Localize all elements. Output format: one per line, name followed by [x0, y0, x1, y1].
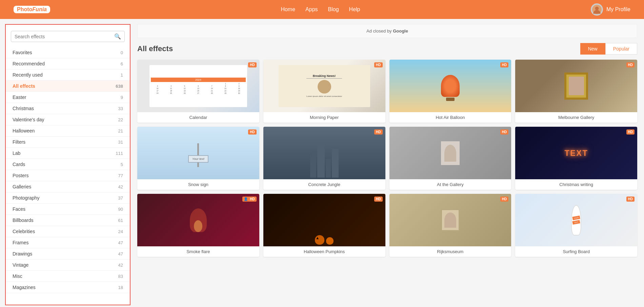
effect-card-morning-paper[interactable]: HDBreaking News!Lorem ipsum dolor sit am… — [263, 60, 385, 123]
hd-badge: HD — [374, 197, 382, 202]
sidebar-item-magazines[interactable]: Magazines18 — [6, 282, 130, 293]
hd-badge: HD — [500, 129, 508, 135]
sidebar-item-christmas[interactable]: Christmas33 — [6, 103, 130, 114]
sidebar-item-photography[interactable]: Photography37 — [6, 192, 130, 204]
effect-card-calendar[interactable]: HD20241234567891011121314151617181920212… — [137, 60, 259, 123]
sidebar-item-easter[interactable]: Easter9 — [6, 92, 130, 103]
sidebar-item-valentine-s-day[interactable]: Valentine's day22 — [6, 114, 130, 125]
user-area: My Profile — [591, 3, 630, 16]
effect-thumbnail: HDBreaking News!Lorem ipsum dolor sit am… — [263, 60, 385, 112]
hd-badge: HD — [374, 129, 382, 135]
effect-thumbnail: HDYOURTEXT — [515, 194, 637, 246]
hd-badge: HD — [248, 129, 256, 135]
sidebar-item-label: Faces — [13, 206, 25, 212]
effect-card-christmas-writing[interactable]: HDTEXTChristmas writing — [515, 127, 637, 190]
user-profile-label[interactable]: My Profile — [606, 6, 630, 13]
sidebar-item-label: Celebrities — [13, 229, 35, 234]
effect-name: At the Gallery — [389, 179, 511, 190]
sidebar-item-recently-used[interactable]: Recently used1 — [6, 69, 130, 81]
sidebar-item-label: Filters — [13, 139, 25, 145]
thumb-inner — [389, 194, 511, 246]
hd-badge: HD — [500, 197, 508, 202]
effect-card-smoke-flare[interactable]: HD👤Smoke flare — [137, 194, 259, 257]
tab-new[interactable]: New — [580, 43, 605, 55]
sidebar-item-label: Vintage — [13, 262, 28, 268]
effect-name: Calendar — [137, 112, 259, 123]
logo-photo: Photo — [17, 6, 32, 12]
effect-card-concrete-jungle[interactable]: HDConcrete Jungle — [263, 127, 385, 190]
sidebar-item-recommended[interactable]: Recommended6 — [6, 58, 130, 69]
ad-bar: Ad closed by Google — [137, 24, 637, 38]
sidebar-item-label: Magazines — [13, 285, 36, 290]
main-layout: 🔍 Favorites0Recommended6Recently used1Al… — [0, 19, 644, 305]
sidebar-item-vintage[interactable]: Vintage42 — [6, 260, 130, 271]
effect-card-at-the-gallery[interactable]: HDAt the Gallery — [389, 127, 511, 190]
sidebar-item-label: Misc — [13, 273, 22, 279]
search-icon: 🔍 — [114, 33, 121, 40]
sidebar-item-lab[interactable]: Lab111 — [6, 148, 130, 159]
effect-card-surfing-board[interactable]: HDYOURTEXTSurfing Board — [515, 194, 637, 257]
tab-popular[interactable]: Popular — [605, 43, 637, 55]
effect-card-rijksmuseum[interactable]: HDRijksmuseum — [389, 194, 511, 257]
avatar — [591, 3, 603, 16]
sidebar-item-label: Easter — [13, 95, 26, 100]
hd-badge: HD — [626, 62, 635, 67]
sidebar-item-label: Valentine's day — [13, 117, 44, 122]
sidebar-item-cards[interactable]: Cards5 — [6, 159, 130, 170]
sidebar-item-count: 9 — [121, 95, 123, 100]
sidebar-item-label: Galleries — [13, 184, 31, 189]
sidebar-item-billboards[interactable]: Billboards61 — [6, 215, 130, 226]
effect-thumbnail: HD — [389, 194, 511, 246]
hd-badge: HD — [248, 197, 256, 202]
sidebar-item-misc[interactable]: Misc83 — [6, 271, 130, 282]
hd-badge: HD — [248, 62, 256, 67]
effect-thumbnail: HD — [389, 127, 511, 179]
sidebar-item-count: 18 — [118, 285, 123, 290]
sidebar-item-label: Christmas — [13, 106, 34, 111]
sidebar-item-posters[interactable]: Posters77 — [6, 170, 130, 181]
effect-card-melbourne-gallery[interactable]: HDMelbourne Gallery — [515, 60, 637, 123]
effect-card-hot-air-balloon[interactable]: HDHot Air Balloon — [389, 60, 511, 123]
photo-badge: 👤 — [242, 197, 249, 202]
thumb-inner: Your text — [137, 127, 259, 179]
sidebar-item-label: Photography — [13, 195, 39, 201]
thumb-inner — [263, 194, 385, 246]
sidebar-item-count: 42 — [118, 184, 123, 189]
thumb-inner — [263, 127, 385, 179]
sidebar-item-galleries[interactable]: Galleries42 — [6, 181, 130, 192]
sidebar-item-count: 5 — [121, 162, 123, 167]
sidebar-item-count: 0 — [121, 50, 123, 55]
sidebar-item-label: Drawings — [13, 251, 32, 257]
sidebar-item-count: 83 — [118, 274, 123, 279]
effect-name: Christmas writing — [515, 179, 637, 190]
sidebar-item-count: 33 — [118, 106, 123, 111]
sidebar-item-frames[interactable]: Frames47 — [6, 237, 130, 248]
sidebar-item-all-effects[interactable]: All effects638 — [6, 81, 130, 92]
search-bar[interactable]: 🔍 — [11, 31, 125, 42]
tabs: New Popular — [580, 43, 637, 55]
logo[interactable]: PhotoFunia — [14, 6, 50, 13]
nav-apps[interactable]: Apps — [305, 6, 318, 13]
effect-thumbnail: HD20241234567891011121314151617181920212… — [137, 60, 259, 112]
sidebar-item-drawings[interactable]: Drawings47 — [6, 248, 130, 260]
effect-name: Halloween Pumpkins — [263, 246, 385, 257]
sidebar-item-label: Recently used — [13, 72, 43, 78]
effect-thumbnail: HD — [515, 60, 637, 112]
sidebar-item-halloween[interactable]: Halloween21 — [6, 125, 130, 137]
sidebar-item-count: 61 — [118, 218, 123, 223]
sidebar-item-celebrities[interactable]: Celebrities24 — [6, 226, 130, 237]
thumb-inner: TEXT — [515, 127, 637, 179]
svg-point-1 — [595, 6, 599, 10]
sidebar-item-favorites[interactable]: Favorites0 — [6, 47, 130, 58]
sidebar-item-count: 31 — [118, 140, 123, 145]
sidebar-item-count: 21 — [118, 128, 123, 134]
sidebar-item-count: 77 — [118, 173, 123, 178]
sidebar-item-filters[interactable]: Filters31 — [6, 137, 130, 148]
search-input[interactable] — [15, 34, 114, 39]
effect-card-halloween-pumpkins[interactable]: HDHalloween Pumpkins — [263, 194, 385, 257]
nav-blog[interactable]: Blog — [328, 6, 339, 13]
nav-home[interactable]: Home — [281, 6, 295, 13]
sidebar-item-faces[interactable]: Faces90 — [6, 204, 130, 215]
nav-help[interactable]: Help — [349, 6, 360, 13]
effect-card-snow-sign[interactable]: HDYour textSnow sign — [137, 127, 259, 190]
